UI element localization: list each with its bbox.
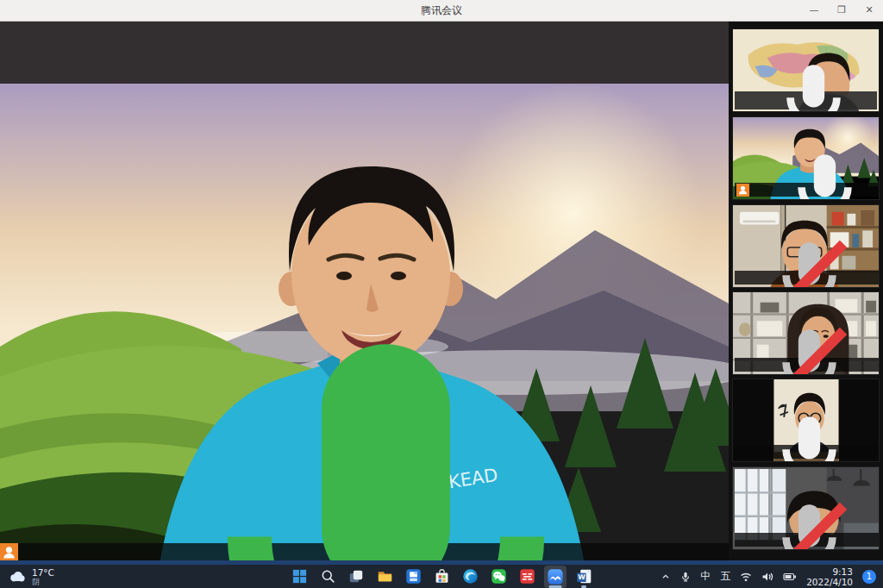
cloud-icon <box>9 570 26 583</box>
red-notes-app-icon[interactable] <box>516 566 538 588</box>
host-icon <box>736 184 749 197</box>
participant-name-tag: 黄玉龙 <box>735 271 880 285</box>
participant-name-tag: 孟庆涛-吉林大学 <box>735 358 880 372</box>
hidden-icons-chevron[interactable] <box>661 572 671 582</box>
mic-muted-icon <box>736 324 880 376</box>
participant-name-tag: 孙平昌 <box>735 445 880 459</box>
notification-badge[interactable]: 1 <box>862 570 876 584</box>
tray-mic-icon[interactable] <box>680 572 691 582</box>
speaker-icon[interactable] <box>761 572 773 582</box>
clock-date: 2022/4/10 <box>806 577 853 587</box>
window-titlebar[interactable]: 腾讯会议 — ❐ ✕ <box>0 0 883 22</box>
edge-icon[interactable] <box>459 566 481 588</box>
mic-muted-icon <box>736 237 880 289</box>
weather-temperature: 17°C <box>32 567 54 578</box>
ime-language-indicator[interactable]: 中 <box>700 569 711 584</box>
participant-video-6[interactable]: 苏思远 <box>732 466 880 550</box>
word-icon[interactable]: W <box>573 566 595 588</box>
main-speaker-name-tag: 唐华风 <box>0 543 729 561</box>
taskbar-app-icons: W <box>288 565 595 588</box>
wechat-icon[interactable] <box>487 566 510 588</box>
host-icon <box>0 543 18 561</box>
mic-muted-icon <box>736 499 880 551</box>
ime-mode-indicator[interactable]: 五 <box>720 569 730 584</box>
participant-video-1[interactable]: 正在讲话: 唐华风; 孙平昌 <box>732 28 880 112</box>
mic-on-icon <box>752 149 880 201</box>
file-explorer-icon[interactable] <box>373 566 396 588</box>
active-app-indicator <box>549 585 562 588</box>
svg-text:W: W <box>578 573 586 581</box>
clock-time: 9:13 <box>832 566 853 577</box>
mic-on-icon <box>736 411 880 463</box>
mic-on-icon <box>741 59 880 112</box>
participant-name-tag: 苏思远 <box>735 533 880 547</box>
window-title: 腾讯会议 <box>0 0 883 22</box>
speaking-banner: 正在讲话: 唐华风; 孙平昌 <box>735 91 877 109</box>
participant-name-tag: 唐华风 <box>735 183 880 197</box>
mic-on-icon <box>22 312 729 566</box>
participant-video-4[interactable]: 孟庆涛-吉林大学 <box>732 291 880 375</box>
microsoft-store-icon[interactable] <box>430 566 453 588</box>
battery-icon[interactable] <box>783 572 797 582</box>
taskbar-clock[interactable]: 9:13 2022/4/10 <box>806 566 853 587</box>
start-button[interactable] <box>288 566 310 588</box>
meeting-app: OKEAD <box>0 22 883 565</box>
participant-video-2[interactable]: 唐华风 <box>732 116 880 200</box>
participant-video-5[interactable]: 孙平昌 <box>732 378 880 462</box>
window-controls: — ❐ ✕ <box>800 0 883 22</box>
weather-condition: 阴 <box>32 578 54 586</box>
software-manager-icon[interactable] <box>402 566 424 588</box>
close-button[interactable]: ✕ <box>855 0 883 22</box>
task-view-icon[interactable] <box>345 566 367 588</box>
main-stage: OKEAD <box>0 22 729 565</box>
main-speaker-video[interactable]: OKEAD <box>0 84 729 565</box>
desktop: 腾讯会议 — ❐ ✕ <box>0 0 883 588</box>
tencent-meeting-icon[interactable] <box>544 566 567 588</box>
open-app-indicator <box>581 585 586 588</box>
taskbar-tray: 中 五 9:13 2022/4/10 1 <box>661 565 876 588</box>
participant-video-3[interactable]: 黄玉龙 <box>732 204 880 288</box>
taskbar-weather-widget[interactable]: 17°C 阴 <box>9 565 54 588</box>
minimize-button[interactable]: — <box>800 0 828 22</box>
participants-sidebar: 正在讲话: 唐华风; 孙平昌 <box>729 22 883 565</box>
search-icon[interactable] <box>316 566 339 588</box>
taskbar: 17°C 阴 <box>0 565 883 588</box>
wifi-icon[interactable] <box>740 572 752 582</box>
restore-button[interactable]: ❐ <box>828 0 855 22</box>
